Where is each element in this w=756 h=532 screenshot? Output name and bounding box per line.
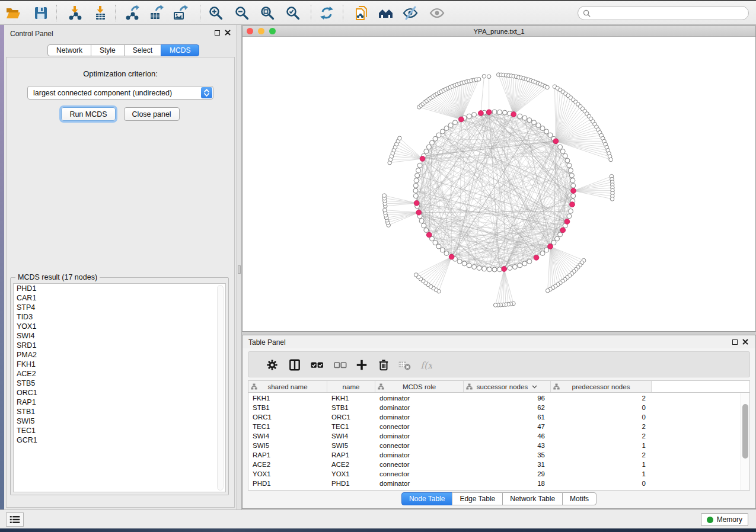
cell-MCDS-role[interactable]: dominator bbox=[375, 403, 464, 412]
zoom-in-icon[interactable] bbox=[208, 5, 224, 21]
export-table-icon[interactable] bbox=[148, 5, 164, 21]
panel-splitter[interactable] bbox=[237, 25, 242, 509]
table-row[interactable]: ORC1ORC1dominator610 bbox=[248, 412, 741, 422]
cell-shared-name[interactable]: RAP1 bbox=[248, 450, 327, 460]
cell-predecessor-nodes[interactable]: 1 bbox=[551, 469, 652, 479]
cell-name[interactable]: ACE2 bbox=[327, 460, 375, 469]
cell-name[interactable]: STB1 bbox=[327, 403, 375, 412]
show-eye-icon[interactable] bbox=[429, 5, 445, 21]
close-panel-icon[interactable] bbox=[225, 30, 231, 36]
cell-shared-name[interactable]: TEC1 bbox=[248, 422, 327, 431]
mcds-result-item[interactable]: TEC1 bbox=[14, 426, 225, 435]
close-panel-button[interactable]: Close panel bbox=[124, 107, 180, 121]
column-header-predecessor-nodes[interactable]: predecessor nodes bbox=[551, 381, 652, 392]
refresh-layout-icon[interactable] bbox=[319, 5, 334, 21]
cell-shared-name[interactable]: ACE2 bbox=[248, 460, 327, 469]
cell-predecessor-nodes[interactable]: 1 bbox=[551, 441, 652, 450]
split-pane-icon[interactable] bbox=[288, 358, 301, 371]
mcds-list-scrollbar[interactable] bbox=[217, 285, 224, 491]
cell-predecessor-nodes[interactable]: 2 bbox=[551, 450, 652, 460]
tab-select[interactable]: Select bbox=[124, 44, 161, 56]
run-mcds-button[interactable]: Run MCDS bbox=[61, 107, 115, 121]
mcds-result-list[interactable]: PHD1CAR1STP4TID3YOX1SWI4SRD1PMA2FKH1ACE2… bbox=[13, 283, 226, 492]
open-folder-icon[interactable] bbox=[5, 5, 21, 21]
cell-predecessor-nodes[interactable]: 1 bbox=[551, 460, 652, 469]
minimize-window-icon[interactable] bbox=[258, 28, 264, 34]
cell-MCDS-role[interactable]: connector bbox=[375, 422, 464, 431]
table-row[interactable]: RAP1RAP1dominator352 bbox=[248, 450, 741, 460]
tab-node-table[interactable]: Node Table bbox=[401, 492, 453, 505]
search-field[interactable] bbox=[578, 6, 749, 20]
mcds-result-item[interactable]: PMA2 bbox=[14, 350, 225, 360]
table-row[interactable]: FKH1FKH1dominator962 bbox=[248, 393, 741, 403]
save-icon[interactable] bbox=[33, 5, 49, 21]
cell-name[interactable]: SWI4 bbox=[327, 431, 375, 441]
zoom-out-icon[interactable] bbox=[234, 5, 250, 21]
add-column-icon[interactable] bbox=[355, 358, 368, 371]
cell-MCDS-role[interactable]: connector bbox=[375, 441, 464, 450]
cell-MCDS-role[interactable]: dominator bbox=[375, 450, 464, 460]
cell-successor-nodes[interactable]: 29 bbox=[464, 469, 551, 479]
cell-MCDS-role[interactable]: connector bbox=[375, 460, 464, 469]
cell-name[interactable]: YOX1 bbox=[327, 469, 375, 479]
cell-shared-name[interactable]: ORC1 bbox=[248, 412, 327, 422]
mcds-result-item[interactable]: RAP1 bbox=[14, 398, 225, 407]
mcds-result-item[interactable]: SWI4 bbox=[14, 331, 225, 341]
cell-shared-name[interactable]: STB1 bbox=[248, 403, 327, 412]
cell-predecessor-nodes[interactable]: 0 bbox=[551, 412, 652, 422]
network-graph[interactable] bbox=[243, 37, 756, 332]
cell-name[interactable]: SWI5 bbox=[327, 441, 375, 450]
mcds-result-item[interactable]: ACE2 bbox=[14, 369, 225, 379]
cell-successor-nodes[interactable]: 62 bbox=[464, 403, 551, 412]
network-window-titlebar[interactable]: YPA_prune.txt_1 bbox=[243, 26, 755, 37]
cell-predecessor-nodes[interactable]: 2 bbox=[551, 431, 652, 441]
home-networks-icon[interactable] bbox=[378, 5, 394, 21]
memory-button[interactable]: Memory bbox=[701, 513, 748, 526]
tab-edge-table[interactable]: Edge Table bbox=[452, 492, 503, 505]
table-row[interactable]: SWI5SWI5connector431 bbox=[248, 441, 741, 450]
mcds-result-item[interactable]: PHD1 bbox=[14, 284, 225, 293]
maximize-window-icon[interactable] bbox=[269, 28, 276, 34]
mcds-result-item[interactable]: YOX1 bbox=[14, 322, 225, 331]
cell-MCDS-role[interactable]: dominator bbox=[375, 479, 464, 488]
network-canvas[interactable] bbox=[243, 37, 755, 331]
column-header-name[interactable]: name bbox=[327, 381, 375, 392]
cell-name[interactable]: ORC1 bbox=[327, 412, 375, 422]
float-table-panel-icon[interactable] bbox=[732, 339, 738, 345]
mcds-result-item[interactable]: SRD1 bbox=[14, 341, 225, 350]
column-header-successor-nodes[interactable]: successor nodes bbox=[464, 381, 551, 392]
tab-style[interactable]: Style bbox=[91, 44, 125, 56]
table-row[interactable]: PHD1PHD1dominator180 bbox=[248, 479, 741, 488]
cell-successor-nodes[interactable]: 96 bbox=[464, 393, 551, 403]
table-settings-icon[interactable] bbox=[266, 358, 279, 371]
zoom-fit-icon[interactable] bbox=[260, 5, 275, 21]
select-all-columns-icon[interactable] bbox=[311, 358, 324, 371]
cell-successor-nodes[interactable]: 35 bbox=[464, 450, 551, 460]
cell-shared-name[interactable]: YOX1 bbox=[248, 469, 327, 479]
cell-name[interactable]: PHD1 bbox=[327, 479, 375, 488]
mcds-result-item[interactable]: CAR1 bbox=[14, 293, 225, 303]
cell-predecessor-nodes[interactable]: 2 bbox=[551, 422, 652, 431]
mcds-result-item[interactable]: STB5 bbox=[14, 379, 225, 388]
tab-network-table[interactable]: Network Table bbox=[502, 492, 563, 505]
close-table-panel-icon[interactable] bbox=[742, 339, 748, 345]
mcds-result-item[interactable]: STB1 bbox=[14, 407, 225, 416]
clone-network-icon[interactable] bbox=[354, 5, 369, 21]
cell-successor-nodes[interactable]: 61 bbox=[464, 412, 551, 422]
mcds-result-item[interactable]: SWI5 bbox=[14, 416, 225, 426]
export-network-icon[interactable] bbox=[124, 5, 139, 21]
mcds-result-item[interactable]: ORC1 bbox=[14, 388, 225, 398]
cell-MCDS-role[interactable]: connector bbox=[375, 469, 464, 479]
import-table-icon[interactable] bbox=[92, 5, 108, 21]
cell-MCDS-role[interactable]: dominator bbox=[375, 393, 464, 403]
cell-successor-nodes[interactable]: 47 bbox=[464, 422, 551, 431]
delete-column-icon[interactable] bbox=[377, 358, 390, 371]
cell-name[interactable]: TEC1 bbox=[327, 422, 375, 431]
mcds-result-item[interactable]: STP4 bbox=[14, 303, 225, 312]
mcds-result-item[interactable]: TID3 bbox=[14, 312, 225, 322]
import-network-icon[interactable] bbox=[67, 5, 82, 21]
cell-shared-name[interactable]: FKH1 bbox=[248, 393, 327, 403]
mcds-result-item[interactable]: GCR1 bbox=[14, 435, 225, 445]
delete-table-icon[interactable] bbox=[398, 358, 411, 371]
cell-MCDS-role[interactable]: dominator bbox=[375, 431, 464, 441]
